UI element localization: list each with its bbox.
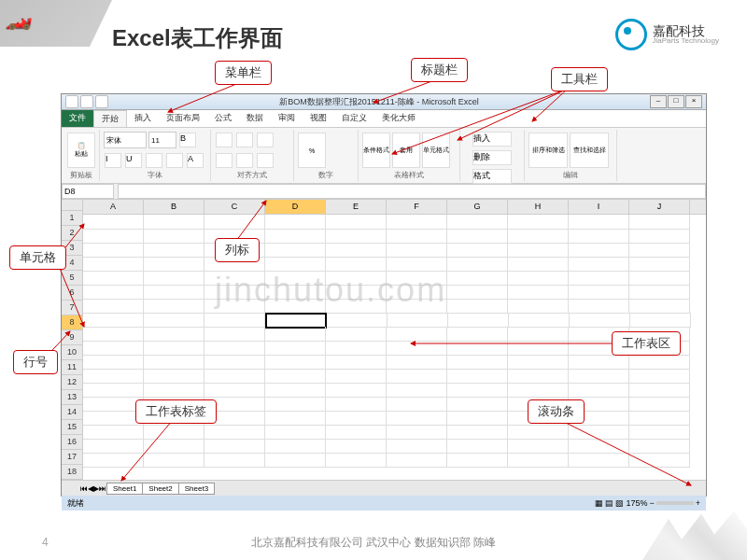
cell-A6[interactable] — [83, 285, 144, 300]
cell-G13[interactable] — [447, 383, 508, 398]
cell-J11[interactable] — [629, 355, 690, 370]
cell-G15[interactable] — [447, 411, 508, 426]
table-format-button[interactable]: 套用 — [392, 133, 420, 168]
cell-D12[interactable] — [265, 369, 326, 384]
cell-D6[interactable] — [265, 285, 326, 300]
cell-E6[interactable] — [326, 285, 387, 300]
cell-B16[interactable] — [144, 425, 204, 440]
cell-F10[interactable] — [387, 341, 447, 356]
cell-D4[interactable] — [265, 257, 326, 272]
cell-J7[interactable] — [629, 299, 690, 314]
cell-H3[interactable] — [508, 243, 569, 258]
cell-B8[interactable] — [144, 313, 204, 328]
cell-G18[interactable] — [447, 453, 508, 468]
cell-C1[interactable] — [204, 215, 265, 230]
cell-B3[interactable] — [144, 243, 204, 258]
cell-F4[interactable] — [387, 257, 447, 272]
cell-I18[interactable] — [569, 453, 629, 468]
cell-E8[interactable] — [327, 313, 388, 328]
col-header-E[interactable]: E — [326, 200, 387, 214]
col-header-A[interactable]: A — [83, 200, 144, 214]
cell-D9[interactable] — [265, 327, 326, 342]
cell-H4[interactable] — [508, 257, 569, 272]
cell-C9[interactable] — [204, 327, 265, 342]
cell-G5[interactable] — [447, 271, 508, 286]
cell-F3[interactable] — [387, 243, 447, 258]
view-normal-icon[interactable]: ▦ — [595, 498, 603, 508]
cell-C8[interactable] — [204, 313, 265, 328]
cell-B5[interactable] — [144, 271, 204, 286]
cell-B2[interactable] — [144, 229, 204, 244]
cell-C6[interactable] — [204, 285, 265, 300]
cell-B9[interactable] — [144, 327, 204, 342]
cell-B7[interactable] — [144, 299, 204, 314]
paste-button[interactable]: 📋粘贴 — [67, 133, 95, 168]
cell-B17[interactable] — [144, 439, 204, 454]
row-header-14[interactable]: 14 — [62, 405, 82, 420]
cell-A11[interactable] — [83, 355, 144, 370]
cell-I5[interactable] — [569, 271, 629, 286]
cell-G12[interactable] — [447, 369, 508, 384]
cell-D3[interactable] — [265, 243, 326, 258]
cell-D11[interactable] — [265, 355, 326, 370]
row-header-2[interactable]: 2 — [62, 226, 82, 241]
cell-H18[interactable] — [508, 453, 569, 468]
cell-H11[interactable] — [508, 355, 569, 370]
cell-F18[interactable] — [387, 453, 447, 468]
zoom-in-button[interactable]: + — [696, 498, 700, 508]
tab-insert[interactable]: 插入 — [127, 110, 159, 127]
cell-F15[interactable] — [387, 411, 447, 426]
cell-E13[interactable] — [326, 383, 387, 398]
cell-D14[interactable] — [265, 397, 326, 412]
row-header-7[interactable]: 7 — [62, 301, 82, 315]
formula-bar[interactable] — [118, 184, 706, 199]
cell-J2[interactable] — [629, 229, 690, 244]
row-header-6[interactable]: 6 — [62, 286, 82, 301]
cell-F13[interactable] — [387, 383, 447, 398]
cell-A16[interactable] — [83, 425, 144, 440]
number-format-button[interactable]: % — [298, 133, 326, 168]
cell-F2[interactable] — [387, 229, 447, 244]
zoom-slider[interactable] — [656, 501, 694, 505]
sheet-tab-3[interactable]: Sheet3 — [178, 483, 215, 495]
cell-C11[interactable] — [204, 355, 265, 370]
cell-B6[interactable] — [144, 285, 204, 300]
tab-layout[interactable]: 页面布局 — [159, 110, 207, 127]
cell-G2[interactable] — [447, 229, 508, 244]
col-header-B[interactable]: B — [144, 200, 204, 214]
cell-B18[interactable] — [144, 453, 204, 468]
cell-E12[interactable] — [326, 369, 387, 384]
row-header-9[interactable]: 9 — [62, 330, 82, 345]
find-button[interactable]: 查找和选择 — [570, 133, 609, 168]
col-header-H[interactable]: H — [508, 200, 569, 214]
cell-C10[interactable] — [204, 341, 265, 356]
view-layout-icon[interactable]: ▤ — [605, 498, 613, 508]
cell-E10[interactable] — [326, 341, 387, 356]
insert-cells-button[interactable]: 插入 — [472, 132, 512, 147]
cell-J4[interactable] — [629, 257, 690, 272]
cell-H5[interactable] — [508, 271, 569, 286]
cell-G14[interactable] — [447, 397, 508, 412]
cell-J18[interactable] — [629, 453, 690, 468]
cell-H1[interactable] — [508, 215, 569, 230]
cell-I2[interactable] — [569, 229, 629, 244]
cell-A4[interactable] — [83, 257, 144, 272]
cell-E9[interactable] — [326, 327, 387, 342]
cell-D16[interactable] — [265, 425, 326, 440]
cell-F9[interactable] — [387, 327, 447, 342]
cell-H2[interactable] — [508, 229, 569, 244]
cell-D5[interactable] — [265, 271, 326, 286]
align-mid-button[interactable] — [236, 133, 253, 147]
cell-F16[interactable] — [387, 425, 447, 440]
maximize-button[interactable]: □ — [668, 95, 684, 108]
qat-redo-icon[interactable] — [95, 95, 108, 108]
cell-A17[interactable] — [83, 439, 144, 454]
cell-G7[interactable] — [447, 299, 508, 314]
cell-C17[interactable] — [204, 439, 265, 454]
cell-G10[interactable] — [447, 341, 508, 356]
cell-H17[interactable] — [508, 439, 569, 454]
cell-E14[interactable] — [326, 397, 387, 412]
cell-D18[interactable] — [265, 453, 326, 468]
row-header-16[interactable]: 16 — [62, 435, 82, 450]
cell-H12[interactable] — [508, 369, 569, 384]
